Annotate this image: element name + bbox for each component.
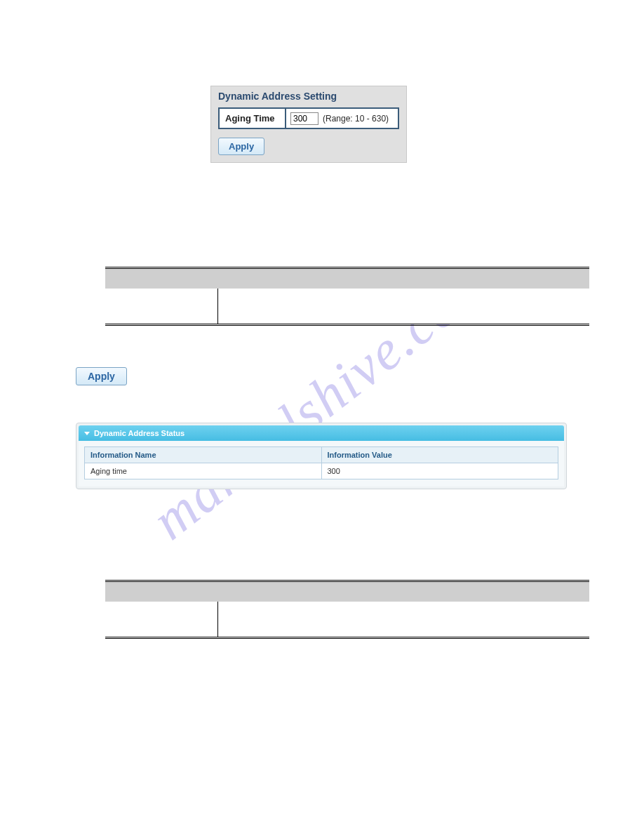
info-name-header: Information Name: [85, 447, 322, 463]
info-value-header: Information Value: [321, 447, 558, 463]
dynamic-address-status-panel: Dynamic Address Status Information Name …: [76, 423, 567, 489]
divider-table-1: [105, 267, 589, 326]
vertical-divider: [217, 289, 218, 324]
table-row: Aging time 300: [85, 463, 558, 479]
status-panel-body: Information Name Information Value Aging…: [79, 441, 564, 486]
aging-time-range-hint: (Range: 10 - 630): [323, 114, 389, 124]
apply-button-standalone[interactable]: Apply: [76, 367, 127, 385]
info-name-cell: Aging time: [85, 463, 322, 479]
status-panel-header[interactable]: Dynamic Address Status: [79, 425, 564, 441]
status-table: Information Name Information Value Aging…: [84, 446, 558, 479]
vertical-divider: [217, 602, 218, 637]
chevron-down-icon: [84, 432, 90, 435]
panel-title: Dynamic Address Setting: [211, 86, 406, 105]
divider-table-2: [105, 580, 589, 639]
aging-time-input[interactable]: [290, 112, 318, 125]
aging-time-label: Aging Time: [220, 109, 286, 128]
table-header-row: Information Name Information Value: [85, 447, 558, 463]
apply-button[interactable]: Apply: [218, 138, 264, 155]
aging-time-input-cell: (Range: 10 - 630): [286, 110, 393, 128]
dynamic-address-setting-panel: Dynamic Address Setting Aging Time (Rang…: [210, 86, 407, 163]
info-value-cell: 300: [321, 463, 558, 479]
aging-time-row: Aging Time (Range: 10 - 630): [218, 107, 399, 129]
status-panel-title: Dynamic Address Status: [94, 429, 185, 437]
